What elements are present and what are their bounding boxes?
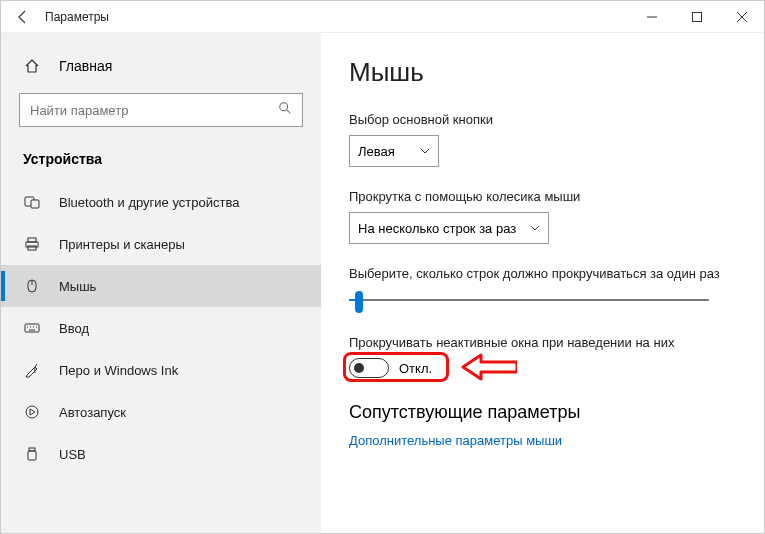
svg-point-19	[26, 406, 38, 418]
sidebar: Главная Устройства Bluetooth и другие ус…	[1, 33, 321, 533]
sidebar-item-bluetooth[interactable]: Bluetooth и другие устройства	[1, 181, 321, 223]
slider-thumb[interactable]	[355, 291, 363, 313]
slider-track	[349, 299, 709, 301]
sidebar-item-pen[interactable]: Перо и Windows Ink	[1, 349, 321, 391]
sidebar-item-label: Bluetooth и другие устройства	[59, 195, 239, 210]
pen-icon	[23, 361, 41, 379]
search-icon	[278, 101, 292, 119]
svg-line-5	[287, 110, 291, 114]
toggle-state-label: Откл.	[399, 361, 432, 376]
related-link[interactable]: Дополнительные параметры мыши	[349, 433, 736, 448]
sidebar-item-autoplay[interactable]: Автозапуск	[1, 391, 321, 433]
sidebar-item-usb[interactable]: USB	[1, 433, 321, 475]
section-heading: Устройства	[1, 145, 321, 181]
chevron-down-icon	[530, 221, 540, 236]
primary-button-label: Выбор основной кнопки	[349, 112, 736, 127]
sidebar-item-label: Автозапуск	[59, 405, 126, 420]
close-button[interactable]	[719, 1, 764, 32]
nav-list: Bluetooth и другие устройства Принтеры и…	[1, 181, 321, 475]
devices-icon	[23, 193, 41, 211]
search-field[interactable]	[30, 103, 278, 118]
keyboard-icon	[23, 319, 41, 337]
inactive-scroll-label: Прокручивать неактивные окна при наведен…	[349, 335, 736, 350]
window-title: Параметры	[45, 10, 109, 24]
autoplay-icon	[23, 403, 41, 421]
lines-slider[interactable]	[349, 289, 709, 313]
scroll-wheel-label: Прокрутка с помощью колесика мыши	[349, 189, 736, 204]
inactive-scroll-toggle[interactable]	[349, 358, 389, 378]
sidebar-item-label: Ввод	[59, 321, 89, 336]
chevron-down-icon	[420, 144, 430, 159]
select-value: На несколько строк за раз	[358, 221, 516, 236]
primary-button-select[interactable]: Левая	[349, 135, 439, 167]
usb-icon	[23, 445, 41, 463]
page-title: Мышь	[349, 57, 736, 88]
scroll-wheel-select[interactable]: На несколько строк за раз	[349, 212, 549, 244]
minimize-button[interactable]	[629, 1, 674, 32]
sidebar-item-typing[interactable]: Ввод	[1, 307, 321, 349]
maximize-button[interactable]	[674, 1, 719, 32]
related-heading: Сопутствующие параметры	[349, 402, 736, 423]
mouse-icon	[23, 277, 41, 295]
printer-icon	[23, 235, 41, 253]
svg-rect-13	[25, 324, 39, 332]
lines-label: Выберите, сколько строк должно прокручив…	[349, 266, 729, 281]
svg-point-4	[280, 103, 288, 111]
svg-rect-1	[692, 12, 701, 21]
main-panel: Мышь Выбор основной кнопки Левая Прокрут…	[321, 33, 764, 533]
annotation-arrow	[461, 352, 517, 382]
search-input[interactable]	[19, 93, 303, 127]
sidebar-item-label: Принтеры и сканеры	[59, 237, 185, 252]
toggle-knob	[354, 363, 364, 373]
svg-rect-9	[28, 238, 36, 242]
home-button[interactable]: Главная	[1, 51, 321, 93]
back-button[interactable]	[1, 1, 45, 32]
home-icon	[23, 57, 41, 75]
sidebar-item-mouse[interactable]: Мышь	[1, 265, 321, 307]
select-value: Левая	[358, 144, 395, 159]
sidebar-item-printers[interactable]: Принтеры и сканеры	[1, 223, 321, 265]
svg-rect-21	[28, 451, 36, 460]
svg-rect-7	[31, 200, 39, 208]
home-label: Главная	[59, 58, 112, 74]
sidebar-item-label: Перо и Windows Ink	[59, 363, 178, 378]
sidebar-item-label: Мышь	[59, 279, 96, 294]
sidebar-item-label: USB	[59, 447, 86, 462]
